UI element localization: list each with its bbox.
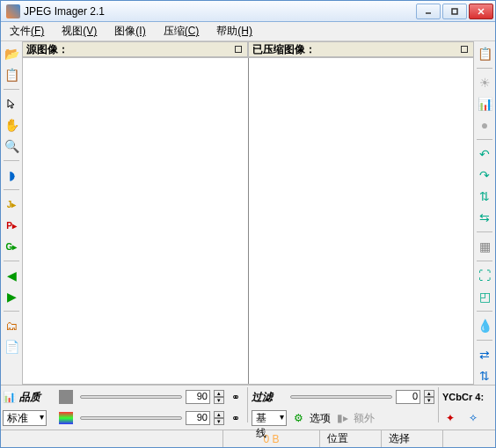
link-icon[interactable]: ⚭ xyxy=(228,389,244,405)
swap-v-icon[interactable]: ⇅ xyxy=(476,367,493,385)
left-toolbar: 📂 📋 ✋ 🔍 ◗ J▸ P▸ G▸ ◀ ▶ 🗂 📄 xyxy=(1,41,22,385)
rotate-left-icon[interactable]: ↶ xyxy=(476,145,493,163)
link2-icon[interactable]: ⚭ xyxy=(228,410,244,426)
histogram-icon[interactable]: 📊 xyxy=(476,95,493,113)
sampling-in-icon[interactable]: ✦ xyxy=(442,410,458,426)
paste-icon[interactable]: 📋 xyxy=(476,45,493,62)
swap-h-icon[interactable]: ⇄ xyxy=(476,346,493,364)
bottom-panel: 📊品质 标准 90▴▾ 90▴▾ ⚭ ⚭ 过滤 基线 ⚙选项 ▮▸额 xyxy=(1,385,495,430)
droplet-icon[interactable]: 💧 xyxy=(476,317,493,334)
resize-icon[interactable]: ⛶ xyxy=(476,267,493,284)
filter-spin-down[interactable]: ▾ xyxy=(424,397,434,404)
zoom-icon[interactable]: 🔍 xyxy=(3,137,20,155)
maximize-button[interactable] xyxy=(442,4,467,19)
filter-slider[interactable] xyxy=(290,395,392,399)
status-sel: 选择 xyxy=(381,430,442,447)
app-icon xyxy=(6,4,20,18)
brightness-icon[interactable]: ☀ xyxy=(476,74,493,92)
options-label[interactable]: 选项 xyxy=(310,411,331,426)
menubar: 文件(F) 视图(V) 图像(I) 压缩(C) 帮助(H) xyxy=(1,22,495,41)
crop-icon[interactable]: ◰ xyxy=(476,288,493,305)
quality-icon: 📊 xyxy=(3,391,16,403)
maximize-source-icon[interactable] xyxy=(235,46,242,53)
quality-slider-2[interactable] xyxy=(80,416,182,420)
sampling-label: YCbCr 4: xyxy=(442,392,484,402)
open-icon[interactable]: 📂 xyxy=(3,45,20,62)
filter-spin[interactable]: 0 xyxy=(396,390,420,404)
source-view[interactable] xyxy=(23,58,249,384)
extra-label: 额外 xyxy=(354,411,375,426)
spin-2-up[interactable]: ▴ xyxy=(214,411,224,418)
copy-icon[interactable]: 📋 xyxy=(3,66,20,84)
close-button[interactable] xyxy=(469,4,493,19)
menu-image[interactable]: 图像(I) xyxy=(111,22,149,40)
statusbar: 0 B 位置 选择 xyxy=(1,430,495,447)
next-icon[interactable]: ▶ xyxy=(3,288,20,305)
action-j-icon[interactable]: J▸ xyxy=(3,195,20,213)
sampling-out-icon[interactable]: ✧ xyxy=(465,410,481,426)
action-p-icon[interactable]: P▸ xyxy=(3,217,20,234)
options-icon[interactable]: ⚙ xyxy=(290,410,306,426)
grid-icon[interactable]: ▦ xyxy=(476,238,493,255)
quality-slider-1[interactable] xyxy=(80,395,182,399)
spin-1-up[interactable]: ▴ xyxy=(214,390,224,397)
compressed-pane-header: 已压缩图像： xyxy=(248,41,474,57)
app-window: JPEG Imager 2.1 文件(F) 视图(V) 图像(I) 压缩(C) … xyxy=(0,0,496,448)
menu-compress[interactable]: 压缩(C) xyxy=(160,22,203,40)
spin-2-down[interactable]: ▾ xyxy=(214,418,224,425)
svg-rect-1 xyxy=(452,9,457,14)
titlebar[interactable]: JPEG Imager 2.1 xyxy=(1,1,495,22)
right-toolbar: 📋 ☀ 📊 ● ↶ ↷ ⇅ ⇆ ▦ ⛶ ◰ 💧 ⇄ ⇅ xyxy=(474,41,495,385)
pointer-icon[interactable] xyxy=(3,95,20,113)
flip-h-icon[interactable]: ⇆ xyxy=(476,209,493,226)
filter-label: 过滤 xyxy=(252,390,273,405)
menu-view[interactable]: 视图(V) xyxy=(58,22,100,40)
baseline-combo[interactable]: 基线 xyxy=(252,410,287,426)
layers-icon[interactable]: 🗂 xyxy=(3,317,20,334)
gradient-swatch[interactable] xyxy=(59,412,73,424)
compressed-view[interactable] xyxy=(249,58,474,384)
doc-icon[interactable]: 📄 xyxy=(3,338,20,356)
menu-help[interactable]: 帮助(H) xyxy=(213,22,256,40)
minimize-button[interactable] xyxy=(416,4,441,19)
region-icon[interactable]: ◗ xyxy=(3,166,20,184)
filter-spin-up[interactable]: ▴ xyxy=(424,390,434,397)
maximize-compressed-icon[interactable] xyxy=(461,46,468,53)
quality-label: 品质 xyxy=(19,390,40,405)
prev-icon[interactable]: ◀ xyxy=(3,267,20,284)
rotate-right-icon[interactable]: ↷ xyxy=(476,166,493,184)
status-size: 0 B xyxy=(222,430,319,447)
action-g-icon[interactable]: G▸ xyxy=(3,238,20,255)
gray-swatch[interactable] xyxy=(59,390,73,404)
source-pane-header: 源图像： xyxy=(22,41,248,57)
circle-icon[interactable]: ● xyxy=(476,116,493,134)
spin-1[interactable]: 90 xyxy=(186,390,210,404)
window-title: JPEG Imager 2.1 xyxy=(24,5,416,18)
spin-2[interactable]: 90 xyxy=(186,411,210,425)
preset-combo[interactable]: 标准 xyxy=(3,410,47,426)
flip-v-icon[interactable]: ⇅ xyxy=(476,187,493,205)
menu-file[interactable]: 文件(F) xyxy=(6,22,47,40)
extra-icon: ▮▸ xyxy=(334,410,350,426)
spin-1-down[interactable]: ▾ xyxy=(214,397,224,404)
status-pos: 位置 xyxy=(319,430,381,447)
hand-icon[interactable]: ✋ xyxy=(3,116,20,134)
